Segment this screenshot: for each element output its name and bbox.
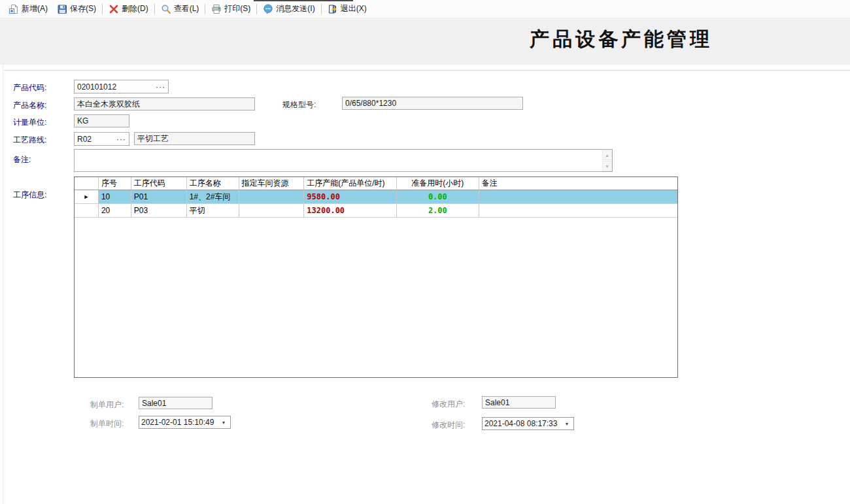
- created-at-datepicker[interactable]: 2021-02-01 15:10:49 ▼: [139, 416, 231, 429]
- product-code-label: 产品代码:: [13, 82, 46, 93]
- modified-by-label: 修改用户:: [432, 399, 465, 410]
- new-button[interactable]: 新增(A): [4, 1, 52, 16]
- table-header-row: 序号 工序代码 工序名称 指定车间资源 工序产能(产品单位/时) 准备用时(小时…: [75, 177, 677, 190]
- toolbar-button-label: 打印(S): [224, 3, 250, 14]
- col-seq: 序号: [99, 177, 131, 190]
- unit-label: 计量单位:: [13, 117, 46, 128]
- remark-cell: [479, 204, 677, 218]
- content-panel-border-left: [3, 65, 3, 504]
- created-at-value: 2021-02-01 15:10:49: [141, 418, 219, 427]
- toolbar-button-label: 退出(X): [341, 3, 367, 14]
- modified-at-value: 2021-04-08 08:17:33: [484, 419, 562, 428]
- process-info-label: 工序信息:: [13, 190, 46, 201]
- process-route-lookup-button[interactable]: ···: [114, 135, 126, 144]
- view-button[interactable]: 查看(L): [156, 1, 204, 16]
- product-code-value: 020101012: [77, 82, 153, 92]
- created-by-field[interactable]: Sale01: [139, 397, 212, 409]
- product-code-field[interactable]: 020101012 ···: [74, 80, 169, 93]
- seq-cell: 20: [99, 204, 131, 218]
- toolbar-button-label: 新增(A): [22, 3, 48, 14]
- product-name-label: 产品名称:: [13, 100, 46, 111]
- toolbar-separator: [205, 4, 205, 14]
- scroll-down-icon[interactable]: ▼: [602, 161, 612, 171]
- toolbar-button-label: 保存(S): [70, 3, 96, 14]
- save-icon: [57, 4, 67, 14]
- spec-model-field[interactable]: 0/65/880*1230: [342, 97, 523, 110]
- toolbar-separator: [321, 4, 322, 14]
- print-button[interactable]: 打印(S): [207, 1, 255, 16]
- view-icon: [161, 4, 171, 14]
- toolbar-button-label: 消息发送(I): [276, 3, 314, 14]
- toolbar-button-label: 查看(L): [174, 3, 199, 14]
- process-route-name-value: 平切工艺: [137, 133, 252, 144]
- toolbar-separator: [154, 4, 155, 14]
- remark-cell: [479, 190, 677, 204]
- chevron-down-icon[interactable]: ▼: [219, 420, 228, 425]
- name-cell: 平切: [187, 204, 239, 218]
- new-document-icon: [8, 4, 19, 14]
- code-cell: P03: [131, 204, 187, 218]
- created-at-label: 制单时间:: [90, 418, 124, 429]
- unit-field[interactable]: KG: [74, 114, 129, 127]
- window-top-edge: [254, 0, 353, 1]
- remarks-scrollbar: ▲ ▼: [602, 150, 612, 171]
- modified-at-datepicker[interactable]: 2021-04-08 08:17:33 ▼: [482, 417, 574, 430]
- delete-button[interactable]: 删除(D): [104, 1, 153, 16]
- product-name-field[interactable]: 本白全木浆双胶纸: [74, 97, 255, 110]
- row-selector-cell: ►: [75, 190, 99, 204]
- send-message-button[interactable]: 消息发送(I): [258, 1, 319, 16]
- current-row-arrow-icon: ►: [84, 193, 90, 200]
- exit-button[interactable]: 退出(X): [323, 1, 371, 16]
- workshop-cell: [239, 190, 305, 204]
- process-table: 序号 工序代码 工序名称 指定车间资源 工序产能(产品单位/时) 准备用时(小时…: [74, 176, 678, 378]
- col-capacity: 工序产能(产品单位/时): [304, 177, 397, 190]
- workshop-cell: [239, 204, 305, 218]
- col-prep: 准备用时(小时): [397, 177, 479, 190]
- process-route-code-field[interactable]: R02 ···: [74, 132, 129, 146]
- table-row[interactable]: ► 10 P01 1#、2#车间 9580.00 0.00: [75, 190, 677, 204]
- remarks-textarea[interactable]: ▲ ▼: [74, 149, 613, 172]
- content-panel-border: [4, 70, 850, 71]
- name-cell: 1#、2#车间: [187, 190, 239, 204]
- col-workshop: 指定车间资源: [239, 177, 305, 190]
- created-by-label: 制单用户:: [90, 399, 124, 411]
- col-code: 工序代码: [131, 177, 187, 190]
- toolbar-separator: [102, 4, 103, 14]
- print-icon: [211, 4, 222, 14]
- app-window: 新增(A) 保存(S) 删除(D) 查看(L) 打印(S): [0, 0, 850, 504]
- exit-icon: [328, 4, 338, 14]
- toolbar-button-label: 删除(D): [122, 3, 148, 14]
- modified-by-field[interactable]: Sale01: [482, 396, 556, 409]
- message-icon: [263, 4, 273, 14]
- col-remark: 备注: [479, 177, 677, 190]
- page-title: 产品设备产能管理: [510, 26, 732, 53]
- unit-value: KG: [77, 116, 126, 126]
- product-name-value: 本白全木浆双胶纸: [77, 99, 252, 110]
- modified-by-value: Sale01: [485, 398, 552, 407]
- prep-cell: 0.00: [397, 190, 479, 204]
- toolbar: 新增(A) 保存(S) 删除(D) 查看(L) 打印(S): [0, 0, 850, 18]
- process-route-name-field[interactable]: 平切工艺: [134, 132, 255, 145]
- created-by-value: Sale01: [142, 399, 209, 408]
- chevron-down-icon[interactable]: ▼: [562, 422, 571, 426]
- col-name: 工序名称: [187, 177, 239, 190]
- product-code-lookup-button[interactable]: ···: [153, 82, 165, 92]
- row-selector-header: [75, 177, 99, 190]
- modified-at-label: 修改时间:: [432, 420, 465, 431]
- capacity-cell: 13200.00: [304, 204, 397, 218]
- delete-icon: [109, 4, 119, 14]
- seq-cell: 10: [99, 190, 131, 204]
- prep-cell: 2.00: [397, 204, 479, 218]
- process-route-code-value: R02: [77, 135, 114, 144]
- spec-model-label: 规格型号:: [282, 99, 316, 110]
- capacity-cell: 9580.00: [304, 190, 397, 204]
- remarks-label: 备注:: [13, 154, 31, 165]
- scroll-up-icon[interactable]: ▲: [602, 150, 612, 160]
- toolbar-separator: [256, 4, 257, 14]
- spec-model-value: 0/65/880*1230: [345, 99, 520, 108]
- process-route-label: 工艺路线:: [13, 135, 46, 146]
- row-selector-cell: [75, 204, 99, 218]
- save-button[interactable]: 保存(S): [52, 1, 101, 16]
- table-row[interactable]: 20 P03 平切 13200.00 2.00: [75, 204, 677, 218]
- code-cell: P01: [131, 190, 187, 204]
